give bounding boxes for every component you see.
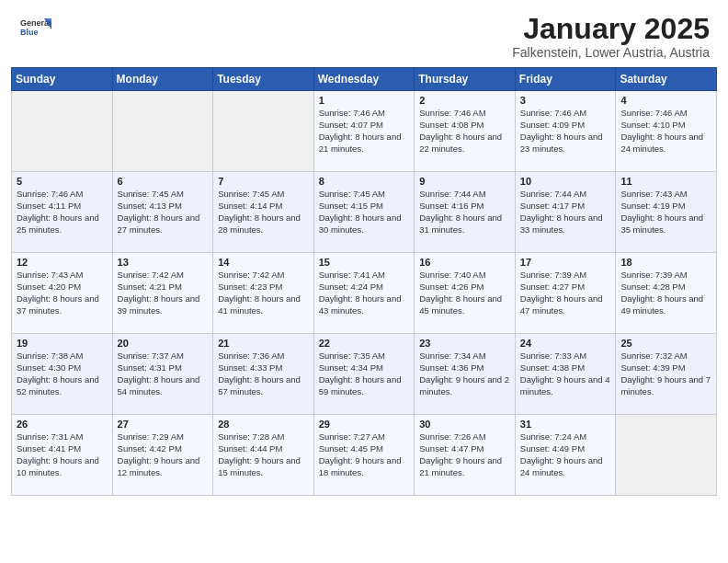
day-number: 14 bbox=[218, 257, 309, 268]
day-number: 4 bbox=[620, 95, 711, 106]
calendar-cell: 22Sunrise: 7:35 AM Sunset: 4:34 PM Dayli… bbox=[313, 334, 415, 415]
day-content: Sunrise: 7:28 AM Sunset: 4:44 PM Dayligh… bbox=[218, 431, 309, 478]
logo-icon: General Blue bbox=[18, 13, 51, 46]
day-number: 7 bbox=[218, 176, 309, 187]
day-content: Sunrise: 7:45 AM Sunset: 4:14 PM Dayligh… bbox=[218, 189, 309, 236]
day-content: Sunrise: 7:27 AM Sunset: 4:45 PM Dayligh… bbox=[319, 431, 410, 478]
day-content: Sunrise: 7:41 AM Sunset: 4:24 PM Dayligh… bbox=[319, 270, 410, 316]
calendar-cell: 6Sunrise: 7:45 AM Sunset: 4:13 PM Daylig… bbox=[112, 172, 213, 253]
calendar-cell: 31Sunrise: 7:24 AM Sunset: 4:49 PM Dayli… bbox=[515, 415, 616, 496]
weekday-saturday: Saturday bbox=[616, 68, 717, 91]
day-number: 20 bbox=[118, 338, 209, 349]
day-content: Sunrise: 7:36 AM Sunset: 4:33 PM Dayligh… bbox=[218, 350, 309, 397]
calendar-cell: 25Sunrise: 7:32 AM Sunset: 4:39 PM Dayli… bbox=[616, 334, 717, 415]
day-content: Sunrise: 7:37 AM Sunset: 4:31 PM Dayligh… bbox=[118, 350, 209, 397]
day-content: Sunrise: 7:45 AM Sunset: 4:15 PM Dayligh… bbox=[319, 189, 410, 236]
day-content: Sunrise: 7:43 AM Sunset: 4:19 PM Dayligh… bbox=[620, 189, 711, 236]
day-content: Sunrise: 7:46 AM Sunset: 4:07 PM Dayligh… bbox=[319, 108, 410, 155]
calendar-cell bbox=[112, 91, 213, 172]
day-content: Sunrise: 7:42 AM Sunset: 4:21 PM Dayligh… bbox=[118, 270, 209, 316]
calendar-cell: 20Sunrise: 7:37 AM Sunset: 4:31 PM Dayli… bbox=[112, 334, 213, 415]
week-row-0: 1Sunrise: 7:46 AM Sunset: 4:07 PM Daylig… bbox=[12, 91, 717, 172]
day-number: 22 bbox=[319, 338, 410, 349]
weekday-tuesday: Tuesday bbox=[213, 68, 314, 91]
day-content: Sunrise: 7:26 AM Sunset: 4:47 PM Dayligh… bbox=[419, 431, 510, 478]
week-row-4: 26Sunrise: 7:31 AM Sunset: 4:41 PM Dayli… bbox=[12, 415, 717, 496]
calendar-cell: 17Sunrise: 7:39 AM Sunset: 4:27 PM Dayli… bbox=[515, 253, 616, 334]
calendar-cell: 30Sunrise: 7:26 AM Sunset: 4:47 PM Dayli… bbox=[415, 415, 516, 496]
calendar-cell: 9Sunrise: 7:44 AM Sunset: 4:16 PM Daylig… bbox=[415, 172, 516, 253]
weekday-sunday: Sunday bbox=[12, 68, 113, 91]
calendar-cell: 16Sunrise: 7:40 AM Sunset: 4:26 PM Dayli… bbox=[415, 253, 516, 334]
day-content: Sunrise: 7:39 AM Sunset: 4:28 PM Dayligh… bbox=[620, 270, 711, 316]
weekday-thursday: Thursday bbox=[415, 68, 516, 91]
calendar-cell: 27Sunrise: 7:29 AM Sunset: 4:42 PM Dayli… bbox=[112, 415, 213, 496]
calendar-cell: 3Sunrise: 7:46 AM Sunset: 4:09 PM Daylig… bbox=[515, 91, 616, 172]
day-number: 11 bbox=[620, 176, 711, 187]
day-number: 23 bbox=[419, 338, 510, 349]
day-content: Sunrise: 7:42 AM Sunset: 4:23 PM Dayligh… bbox=[218, 270, 309, 316]
day-content: Sunrise: 7:24 AM Sunset: 4:49 PM Dayligh… bbox=[520, 431, 611, 478]
header-right: January 2025 Falkenstein, Lower Austria,… bbox=[512, 13, 710, 60]
day-number: 10 bbox=[520, 176, 611, 187]
calendar-cell bbox=[213, 91, 314, 172]
calendar-cell: 18Sunrise: 7:39 AM Sunset: 4:28 PM Dayli… bbox=[616, 253, 717, 334]
week-row-2: 12Sunrise: 7:43 AM Sunset: 4:20 PM Dayli… bbox=[12, 253, 717, 334]
day-content: Sunrise: 7:44 AM Sunset: 4:16 PM Dayligh… bbox=[419, 189, 510, 236]
calendar-cell: 26Sunrise: 7:31 AM Sunset: 4:41 PM Dayli… bbox=[12, 415, 113, 496]
calendar-cell: 8Sunrise: 7:45 AM Sunset: 4:15 PM Daylig… bbox=[313, 172, 415, 253]
day-content: Sunrise: 7:46 AM Sunset: 4:11 PM Dayligh… bbox=[17, 189, 108, 236]
calendar-cell: 2Sunrise: 7:46 AM Sunset: 4:08 PM Daylig… bbox=[415, 91, 516, 172]
day-content: Sunrise: 7:43 AM Sunset: 4:20 PM Dayligh… bbox=[17, 270, 108, 316]
day-content: Sunrise: 7:31 AM Sunset: 4:41 PM Dayligh… bbox=[17, 431, 108, 478]
day-number: 1 bbox=[319, 95, 410, 106]
weekday-header-row: SundayMondayTuesdayWednesdayThursdayFrid… bbox=[12, 68, 717, 91]
page: General Blue January 2025 Falkenstein, L… bbox=[0, 0, 728, 563]
day-content: Sunrise: 7:33 AM Sunset: 4:38 PM Dayligh… bbox=[520, 350, 611, 397]
calendar-cell: 4Sunrise: 7:46 AM Sunset: 4:10 PM Daylig… bbox=[616, 91, 717, 172]
day-number: 27 bbox=[118, 419, 209, 430]
calendar-cell: 7Sunrise: 7:45 AM Sunset: 4:14 PM Daylig… bbox=[213, 172, 314, 253]
calendar-cell: 1Sunrise: 7:46 AM Sunset: 4:07 PM Daylig… bbox=[313, 91, 415, 172]
day-number: 29 bbox=[319, 419, 410, 430]
day-number: 8 bbox=[319, 176, 410, 187]
day-number: 30 bbox=[419, 419, 510, 430]
calendar-cell: 14Sunrise: 7:42 AM Sunset: 4:23 PM Dayli… bbox=[213, 253, 314, 334]
day-number: 6 bbox=[118, 176, 209, 187]
day-number: 2 bbox=[419, 95, 510, 106]
calendar-cell: 5Sunrise: 7:46 AM Sunset: 4:11 PM Daylig… bbox=[12, 172, 113, 253]
day-number: 15 bbox=[319, 257, 410, 268]
day-number: 9 bbox=[419, 176, 510, 187]
calendar-cell: 28Sunrise: 7:28 AM Sunset: 4:44 PM Dayli… bbox=[213, 415, 314, 496]
week-row-1: 5Sunrise: 7:46 AM Sunset: 4:11 PM Daylig… bbox=[12, 172, 717, 253]
logo: General Blue bbox=[18, 13, 51, 46]
weekday-monday: Monday bbox=[112, 68, 213, 91]
day-number: 16 bbox=[419, 257, 510, 268]
day-content: Sunrise: 7:32 AM Sunset: 4:39 PM Dayligh… bbox=[620, 350, 711, 397]
day-number: 24 bbox=[520, 338, 611, 349]
day-content: Sunrise: 7:46 AM Sunset: 4:10 PM Dayligh… bbox=[620, 108, 711, 155]
weekday-wednesday: Wednesday bbox=[313, 68, 415, 91]
day-number: 21 bbox=[218, 338, 309, 349]
calendar-cell: 23Sunrise: 7:34 AM Sunset: 4:36 PM Dayli… bbox=[415, 334, 516, 415]
calendar-cell: 11Sunrise: 7:43 AM Sunset: 4:19 PM Dayli… bbox=[616, 172, 717, 253]
location-title: Falkenstein, Lower Austria, Austria bbox=[512, 45, 710, 60]
day-content: Sunrise: 7:38 AM Sunset: 4:30 PM Dayligh… bbox=[17, 350, 108, 397]
day-content: Sunrise: 7:29 AM Sunset: 4:42 PM Dayligh… bbox=[118, 431, 209, 478]
day-content: Sunrise: 7:34 AM Sunset: 4:36 PM Dayligh… bbox=[419, 350, 510, 397]
svg-text:Blue: Blue bbox=[20, 28, 39, 37]
header: General Blue January 2025 Falkenstein, L… bbox=[0, 0, 728, 67]
day-number: 31 bbox=[520, 419, 611, 430]
calendar-cell: 12Sunrise: 7:43 AM Sunset: 4:20 PM Dayli… bbox=[12, 253, 113, 334]
day-content: Sunrise: 7:46 AM Sunset: 4:08 PM Dayligh… bbox=[419, 108, 510, 155]
day-content: Sunrise: 7:39 AM Sunset: 4:27 PM Dayligh… bbox=[520, 270, 611, 316]
calendar-table: SundayMondayTuesdayWednesdayThursdayFrid… bbox=[11, 67, 717, 496]
calendar: SundayMondayTuesdayWednesdayThursdayFrid… bbox=[0, 67, 728, 563]
month-title: January 2025 bbox=[512, 13, 710, 45]
calendar-cell: 10Sunrise: 7:44 AM Sunset: 4:17 PM Dayli… bbox=[515, 172, 616, 253]
day-content: Sunrise: 7:44 AM Sunset: 4:17 PM Dayligh… bbox=[520, 189, 611, 236]
day-number: 25 bbox=[620, 338, 711, 349]
day-content: Sunrise: 7:46 AM Sunset: 4:09 PM Dayligh… bbox=[520, 108, 611, 155]
day-number: 18 bbox=[620, 257, 711, 268]
day-content: Sunrise: 7:45 AM Sunset: 4:13 PM Dayligh… bbox=[118, 189, 209, 236]
